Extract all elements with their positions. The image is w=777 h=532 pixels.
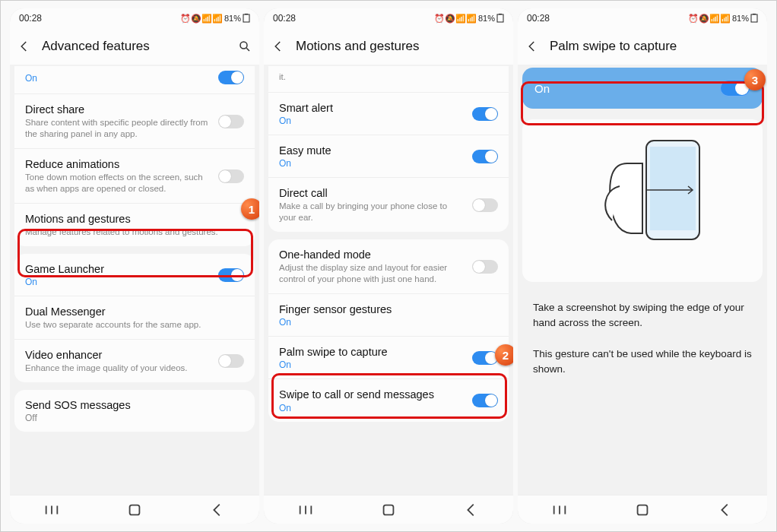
app-bar: Advanced features [10, 28, 259, 65]
toggle-switch[interactable] [218, 268, 244, 282]
state-label: On [25, 73, 211, 84]
toggle-switch[interactable] [472, 150, 498, 163]
svg-rect-4 [497, 14, 503, 22]
settings-card: Game Launcher On Dual Messenger Use two … [14, 254, 255, 382]
svg-point-2 [240, 42, 247, 49]
content-scroll[interactable]: it. Smart alert On Easy mute On [264, 65, 513, 495]
setting-row-game-launcher[interactable]: Game Launcher On [14, 254, 255, 296]
status-bar: 00:28 ⏰🔕📶📶 81% [10, 8, 259, 28]
svg-rect-3 [130, 505, 140, 515]
battery-icon [496, 14, 504, 23]
toggle-switch[interactable] [472, 260, 498, 274]
settings-card: Send SOS messages Off [14, 390, 255, 432]
toggle-switch[interactable] [218, 354, 244, 368]
setting-row-dual-messenger[interactable]: Dual Messenger Use two separate accounts… [14, 296, 255, 340]
nav-bar [518, 495, 767, 524]
settings-card: it. Smart alert On Easy mute On [268, 66, 509, 232]
back-icon[interactable] [271, 40, 285, 53]
setting-row-smart-alert[interactable]: Smart alert On [268, 93, 509, 135]
status-bar: 00:28 ⏰🔕📶📶 81% [264, 8, 513, 28]
search-icon[interactable] [238, 40, 252, 53]
home-icon[interactable] [634, 502, 651, 518]
setting-row-palm-swipe[interactable]: Palm swipe to capture On [268, 337, 509, 379]
phone-motions-gestures: 00:28 ⏰🔕📶📶 81% Motions and gestures it. … [264, 8, 513, 524]
toggle-switch[interactable] [472, 394, 498, 407]
setting-row-motions-gestures[interactable]: Motions and gestures Manage features rel… [14, 204, 255, 246]
toggle-switch[interactable] [472, 351, 498, 365]
svg-rect-5 [499, 14, 502, 14]
master-toggle-label: On [534, 82, 550, 95]
status-bar: 00:28 ⏰🔕📶📶 81% [518, 8, 767, 28]
content-scroll[interactable]: On Direct share Share content with speci… [10, 65, 259, 495]
toggle-switch[interactable] [218, 115, 244, 128]
setting-row-direct-share[interactable]: Direct share Share content with specific… [14, 94, 255, 149]
status-time: 00:28 [273, 13, 296, 24]
master-toggle-row[interactable]: On [522, 68, 763, 109]
phone-palm-swipe: 00:28 ⏰🔕📶📶 81% Palm swipe to capture On [518, 8, 767, 524]
setting-row-truncated[interactable]: it. [268, 66, 509, 93]
svg-rect-8 [753, 14, 756, 14]
step-badge-1: 1 [241, 198, 259, 220]
svg-rect-6 [384, 505, 394, 515]
svg-rect-7 [751, 14, 757, 22]
gesture-illustration [522, 119, 763, 282]
phone-advanced-features: 00:28 ⏰🔕📶📶 81% Advanced features On Dire [10, 8, 259, 524]
recents-icon[interactable] [43, 502, 60, 518]
battery-icon [750, 14, 758, 23]
setting-row-swipe-call[interactable]: Swipe to call or send messages On [268, 379, 509, 421]
status-time: 00:28 [19, 13, 42, 24]
toggle-switch[interactable] [472, 107, 498, 121]
palm-swipe-icon [574, 133, 711, 247]
status-icons: ⏰🔕📶📶 81% [180, 14, 250, 24]
home-icon[interactable] [380, 502, 397, 518]
svg-rect-11 [638, 505, 648, 515]
toggle-switch[interactable] [472, 198, 498, 212]
page-title: Motions and gestures [296, 39, 506, 54]
setting-row-direct-call[interactable]: Direct call Make a call by bringing your… [268, 178, 509, 232]
setting-row-reduce-animations[interactable]: Reduce animations Tone down motion effec… [14, 149, 255, 204]
content-scroll[interactable]: On Take a screenshot by swiping the edge… [518, 65, 767, 495]
svg-rect-1 [245, 14, 248, 14]
toggle-switch[interactable] [218, 169, 244, 183]
setting-row-send-sos[interactable]: Send SOS messages Off [14, 390, 255, 432]
toggle-switch[interactable] [218, 71, 244, 84]
setting-row-finger-sensor[interactable]: Finger sensor gestures On [268, 294, 509, 337]
back-nav-icon[interactable] [209, 502, 226, 518]
nav-bar [10, 495, 259, 524]
svg-rect-0 [243, 14, 249, 22]
setting-row-video-enhancer[interactable]: Video enhancer Enhance the image quality… [14, 340, 255, 382]
svg-rect-10 [650, 147, 696, 230]
page-title: Palm swipe to capture [550, 39, 760, 54]
recents-icon[interactable] [551, 502, 568, 518]
app-bar: Motions and gestures [264, 28, 513, 65]
page-title: Advanced features [42, 39, 227, 54]
status-icons: ⏰🔕📶📶 81% [688, 14, 758, 24]
step-badge-3: 3 [744, 69, 766, 90]
back-nav-icon[interactable] [463, 502, 480, 518]
description-text-2: This gesture can't be used while the key… [518, 347, 767, 388]
back-nav-icon[interactable] [717, 502, 734, 518]
setting-row-easy-mute[interactable]: Easy mute On [268, 135, 509, 178]
app-bar: Palm swipe to capture [518, 28, 767, 65]
status-time: 00:28 [527, 13, 550, 24]
home-icon[interactable] [126, 502, 143, 518]
setting-row-one-handed[interactable]: One-handed mode Adjust the display size … [268, 239, 509, 294]
status-icons: ⏰🔕📶📶 81% [434, 14, 504, 24]
nav-bar [264, 495, 513, 524]
back-icon[interactable] [525, 40, 539, 53]
settings-card: One-handed mode Adjust the display size … [268, 239, 509, 421]
setting-row-truncated[interactable]: On [14, 66, 255, 94]
step-badge-2: 2 [495, 344, 513, 366]
battery-icon [243, 14, 250, 23]
recents-icon[interactable] [297, 502, 314, 518]
back-icon[interactable] [17, 40, 31, 53]
description-text-1: Take a screenshot by swiping the edge of… [518, 290, 767, 342]
settings-card: On Direct share Share content with speci… [14, 66, 255, 246]
